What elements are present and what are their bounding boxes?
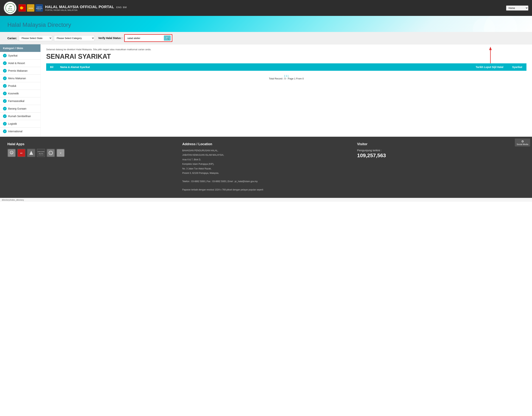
footer-address-col: Address / Location BAHAGIAN PENGURUSAN H… <box>182 142 350 192</box>
sidebar-item-farmaseutikal[interactable]: Farmaseutikal <box>0 97 40 105</box>
status-bar: directory/index_directory <box>0 198 532 202</box>
sidebar: Kategori / Skim Syarikat Hotel & Resort … <box>0 44 41 137</box>
check-icon-hotel <box>3 61 7 65</box>
nav-dropdown[interactable]: Home Directory <box>506 6 528 10</box>
sidebar-header: Kategori / Skim <box>0 44 40 52</box>
svg-text:BURSA SAHAM: BURSA SAHAM <box>38 151 44 152</box>
banner-title: Halal Malaysia Directory <box>7 21 525 28</box>
search-button[interactable]: 🔍 <box>164 36 171 41</box>
svg-text:MY: MY <box>20 152 23 154</box>
search-icon: 🔍 <box>166 37 169 39</box>
social-media-label: Social Media <box>517 143 528 145</box>
page-link[interactable]: [ 1 ] <box>284 75 288 77</box>
social-media-button[interactable]: ⚙ Social Media <box>515 139 530 146</box>
halal-logo: حلال HALAL MALAYSIA <box>4 1 17 14</box>
sidebar-item-premis[interactable]: Premis Makanan <box>0 67 40 75</box>
address-line-5: Presint 3, 62100 Putrajaya, Malaysia. <box>182 171 350 175</box>
verify-label: Verify Halal Status : <box>98 37 123 39</box>
jakim-logo-yellow: JAKIM <box>27 4 34 12</box>
subtitle-text: PORTAL RASMI HALAL MALAYSIA <box>45 9 504 11</box>
svg-text:JAKIM: JAKIM <box>28 7 33 9</box>
address-line-1: JABATAN KEMAJUAN ISLAM MALAYSIA, <box>182 153 350 157</box>
state-select[interactable]: Please Select State Johor Kedah Kelantan… <box>19 35 52 41</box>
footer-contact: Telefon : 03-8892 5000 | Fax : 03-8892 5… <box>182 180 350 183</box>
visitor-count: 109,257,563 <box>357 152 525 159</box>
category-select[interactable]: Please Select Category Syarikat Hotel & … <box>54 35 95 41</box>
sidebar-item-menu[interactable]: Menu Makanan <box>0 75 40 82</box>
check-icon-rumah <box>3 114 7 118</box>
sidebar-label-farmaseutikal: Farmaseutikal <box>8 100 24 103</box>
footer-address-title: Address / Location <box>182 142 350 146</box>
app-logo-4: BURSA SAHAM MALAYSIA COMPANIES <box>37 149 45 157</box>
check-icon-farmaseutikal <box>3 99 7 103</box>
total-record: Total Record : 0 - Page 1 From 0 <box>48 77 525 80</box>
main-content: Kategori / Skim Syarikat Hotel & Resort … <box>0 44 532 137</box>
data-table: Bil Nama & Alamat Syarikat Tarikh Luput … <box>46 63 526 71</box>
col-tarikh: Tarikh Luput Sijil Halal <box>471 63 508 71</box>
sidebar-item-syarikat[interactable]: Syarikat <box>0 52 40 59</box>
address-line-4: No. 3 Jalan Tun Abdul Razak, <box>182 167 350 170</box>
sidebar-item-hotel[interactable]: Hotel & Resort <box>0 59 40 67</box>
jakim-logo-blue: JABATAN KEMAJUAN ISLAM <box>36 4 43 12</box>
sidebar-item-rumah[interactable]: Rumah Sembelihan <box>0 113 40 120</box>
svg-text:MALAYSIA: MALAYSIA <box>8 10 13 11</box>
svg-text:حلال: حلال <box>10 152 13 154</box>
header: حلال HALAL MALAYSIA JAKIM <box>0 0 532 16</box>
check-icon-logistik <box>3 122 7 126</box>
col-nama: Nama & Alamat Syarikat <box>57 63 471 71</box>
app-logo-5: H <box>47 149 55 157</box>
svg-text:HALAL: HALAL <box>8 8 12 9</box>
svg-text:MALAYSIA: MALAYSIA <box>38 153 43 154</box>
sidebar-item-kosmetik[interactable]: Kosmetik <box>0 90 40 97</box>
svg-text:JABATAN: JABATAN <box>37 7 42 8</box>
col-bil: Bil <box>46 63 57 71</box>
check-icon-kosmetik <box>3 92 7 95</box>
table-section: Bil Nama & Alamat Syarikat Tarikh Luput … <box>46 63 526 82</box>
sidebar-item-produk[interactable]: Produk <box>0 82 40 90</box>
lang-bm[interactable]: BM <box>123 6 127 9</box>
title-text: HALAL MALAYSIA OFFICIAL PORTAL <box>45 5 114 9</box>
sidebar-label-logistik: Logistik <box>8 122 17 125</box>
malaysia-logo <box>19 4 26 12</box>
check-icon-premis <box>3 69 7 73</box>
lang-eng[interactable]: ENG <box>116 6 122 9</box>
address-line-0: BAHAGIAN PENGURUSAN HALAL, <box>182 149 350 152</box>
app-logo-1: حلال <box>7 149 16 157</box>
sidebar-label-syarikat: Syarikat <box>8 54 18 57</box>
check-icon-menu <box>3 76 7 80</box>
col-syarikat: Syarikat <box>508 63 526 71</box>
sidebar-label-menu: Menu Makanan <box>8 77 26 80</box>
svg-text:KEMAJUAN: KEMAJUAN <box>36 8 42 9</box>
app-logo-2: MY <box>17 149 26 157</box>
sidebar-item-barang[interactable]: Barang Gunaan <box>0 105 40 113</box>
app-logo-6: ❤ <box>56 149 65 157</box>
visitor-title: Visitor <box>357 142 525 146</box>
svg-text:حلال: حلال <box>9 6 12 7</box>
sidebar-label-barang: Barang Gunaan <box>8 107 26 110</box>
sidebar-label-international: International <box>8 130 22 133</box>
footer-apps-title: Halal Apps <box>7 142 175 146</box>
search-bar: Carian: Please Select State Johor Kedah … <box>0 32 532 44</box>
address-line-3: Kompleks Islam Putrajaya (KIP), <box>182 162 350 166</box>
nav-area: Home Directory <box>506 6 528 10</box>
svg-text:❤: ❤ <box>60 152 61 154</box>
footer-visitor: Visitor Pengunjung terkini : 109,257,563 <box>357 142 525 192</box>
header-logo-area: حلال HALAL MALAYSIA JAKIM <box>4 1 43 14</box>
app-logos: حلال MY BURSA SAHAM MALAYSIA <box>7 149 175 157</box>
sidebar-label-rumah: Rumah Sembelihan <box>8 115 31 118</box>
check-icon-syarikat <box>3 54 7 57</box>
verify-input[interactable] <box>126 36 163 40</box>
search-label: Carian: <box>7 37 17 40</box>
sidebar-label-produk: Produk <box>8 85 16 87</box>
verify-input-box: 🔍 <box>124 34 172 42</box>
sidebar-label-premis: Premis Makanan <box>8 69 28 72</box>
sidebar-label-kosmetik: Kosmetik <box>8 92 19 95</box>
sidebar-item-international[interactable]: International <box>0 128 40 135</box>
sidebar-item-logistik[interactable]: Logistik <box>0 120 40 128</box>
content-area: Selamat datang ke direktori Halal Malays… <box>41 44 532 137</box>
visitor-label: Pengunjung terkini : <box>357 149 525 152</box>
check-icon-produk <box>3 84 7 88</box>
svg-text:H: H <box>50 152 51 154</box>
address-line-2: Aras 6 & 7, Blok D, <box>182 158 350 161</box>
footer-apps: Halal Apps حلال MY <box>7 142 175 192</box>
